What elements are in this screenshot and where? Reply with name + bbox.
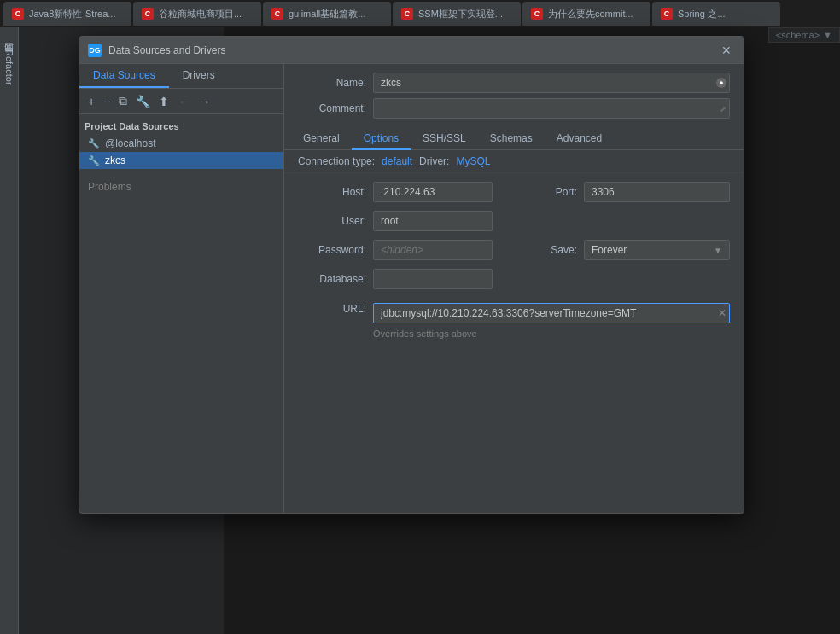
- form-header: Name: ● Comment: ⬈: [284, 64, 744, 127]
- answer-text[interactable]: 回答: [1, 32, 17, 39]
- url-hint: Overrides settings above: [373, 327, 730, 339]
- modal-title-text: Data Sources and Drivers: [108, 44, 225, 56]
- comment-expand-button[interactable]: ⬈: [720, 104, 726, 113]
- forward-button[interactable]: →: [195, 93, 213, 110]
- driver-value[interactable]: MySQL: [456, 155, 490, 167]
- tab-icon-3: C: [271, 8, 283, 20]
- url-input-wrapper: ✕: [373, 303, 730, 323]
- modal-right-panel: Name: ● Comment: ⬈: [284, 64, 744, 513]
- zkcs-label: zkcs: [105, 154, 125, 166]
- edit-datasource-button[interactable]: 🔧: [132, 93, 154, 110]
- ide-left-bar: 回答 Refactor: [0, 27, 19, 634]
- database-input[interactable]: [373, 269, 493, 289]
- tab-label-6: Spring-之...: [678, 8, 726, 20]
- port-label: Port:: [526, 186, 577, 198]
- tab-icon-2: C: [142, 8, 154, 20]
- tab-label-1: Java8新特性-Strea...: [29, 8, 115, 20]
- save-value: Forever: [592, 244, 627, 256]
- localhost-icon: 🔧: [88, 137, 100, 149]
- modal-toolbar: + − ⧉ 🔧 ⬆ ← →: [79, 89, 283, 114]
- ssh-ssl-tab[interactable]: SSH/SSL: [411, 127, 478, 149]
- url-input[interactable]: [373, 303, 730, 323]
- modal-left-panel: Data Sources Drivers + − ⧉ 🔧 ⬆ ←: [79, 64, 284, 513]
- browser-tab-2[interactable]: C 谷粒商城电商项目...: [133, 2, 261, 26]
- connection-type-label: Connection type:: [298, 155, 375, 167]
- modal-overlay: DG Data Sources and Drivers ✕ Data Sourc…: [19, 27, 840, 634]
- user-input[interactable]: [373, 211, 493, 231]
- save-select[interactable]: Forever ▼: [584, 240, 730, 260]
- comment-input[interactable]: [373, 98, 730, 119]
- localhost-tree-item[interactable]: 🔧 @localhost: [79, 135, 283, 152]
- add-datasource-button[interactable]: +: [85, 93, 98, 110]
- comment-input-container: ⬈: [373, 98, 730, 119]
- name-input-container: ●: [373, 73, 730, 93]
- connection-type-value[interactable]: default: [382, 155, 412, 167]
- refactor-text[interactable]: Refactor: [3, 46, 16, 89]
- browser-tabs-bar: C Java8新特性-Strea... C 谷粒商城电商项目... C guli…: [0, 0, 840, 27]
- datasources-modal: DG Data Sources and Drivers ✕ Data Sourc…: [79, 36, 744, 514]
- general-tab[interactable]: General: [291, 127, 352, 149]
- browser-tab-5[interactable]: C 为什么要先commit...: [522, 2, 650, 26]
- localhost-label: @localhost: [105, 137, 156, 149]
- modal-titlebar: DG Data Sources and Drivers ✕: [79, 37, 744, 64]
- url-clear-button[interactable]: ✕: [718, 307, 726, 319]
- password-label: Password:: [298, 244, 366, 256]
- tab-label-5: 为什么要先commit...: [548, 8, 633, 20]
- browser-tab-1[interactable]: C Java8新特性-Strea...: [3, 2, 131, 26]
- back-button[interactable]: ←: [174, 93, 193, 110]
- zkcs-tree-item[interactable]: 🔧 zkcs: [79, 152, 283, 169]
- host-label: Host:: [298, 186, 366, 198]
- problems-section: Problems: [79, 176, 283, 198]
- name-input[interactable]: [373, 73, 730, 93]
- data-sources-tab[interactable]: Data Sources: [79, 64, 169, 88]
- host-input[interactable]: [373, 182, 493, 202]
- browser-tab-6[interactable]: C Spring-之...: [652, 2, 780, 26]
- remove-datasource-button[interactable]: −: [100, 93, 114, 110]
- port-input[interactable]: [584, 182, 730, 202]
- options-tab[interactable]: Options: [352, 127, 411, 149]
- tab-icon-6: C: [661, 8, 673, 20]
- tab-label-4: SSM框架下实现登...: [418, 8, 503, 20]
- database-label: Database:: [298, 273, 366, 285]
- ide-main: 🗄 ▼ <schema> ▼ DG Data Sources and Drive…: [19, 27, 840, 634]
- advanced-tab[interactable]: Advanced: [545, 127, 614, 149]
- driver-label: Driver:: [419, 155, 449, 167]
- modal-top-tabs: Data Sources Drivers: [79, 64, 283, 89]
- tab-label-2: 谷粒商城电商项目...: [159, 8, 242, 20]
- duplicate-datasource-button[interactable]: ⧉: [115, 92, 131, 110]
- save-label: Save:: [526, 244, 577, 256]
- tab-label-3: gulimall基础篇教...: [289, 8, 365, 20]
- form-fields: Host: Port: User: Password: Save: [284, 173, 744, 298]
- ide-content: 🗄 ▼ <schema> ▼ DG Data Sources and Drive…: [19, 27, 840, 634]
- drivers-tab[interactable]: Drivers: [169, 64, 229, 88]
- name-label: Name:: [298, 77, 366, 89]
- url-section: URL: ✕ Overrides settings above: [284, 298, 744, 344]
- modal-icon: DG: [88, 44, 102, 57]
- schemas-tab[interactable]: Schemas: [478, 127, 545, 149]
- modal-body: Data Sources Drivers + − ⧉ 🔧 ⬆ ←: [79, 64, 744, 513]
- browser-tab-3[interactable]: C gulimall基础篇教...: [263, 2, 391, 26]
- tab-icon-5: C: [531, 8, 543, 20]
- tab-icon-1: C: [12, 8, 24, 20]
- connection-info-bar: Connection type: default Driver: MySQL: [284, 150, 744, 173]
- user-label: User:: [298, 215, 366, 227]
- move-datasource-button[interactable]: ⬆: [155, 93, 172, 110]
- tab-icon-4: C: [401, 8, 413, 20]
- save-dropdown-arrow: ▼: [714, 246, 722, 255]
- project-data-sources-label: Project Data Sources: [79, 114, 283, 135]
- modal-title-left: DG Data Sources and Drivers: [88, 44, 225, 57]
- ide-area: 回答 Refactor 🗄 ▼ <schema> ▼: [0, 27, 840, 634]
- name-clear-button[interactable]: ●: [716, 78, 726, 88]
- modal-close-button[interactable]: ✕: [718, 42, 735, 59]
- url-label: URL:: [298, 303, 366, 315]
- password-input[interactable]: [373, 240, 493, 260]
- content-tabs: General Options SSH/SSL Schemas Advanced: [284, 127, 744, 150]
- browser-tab-4[interactable]: C SSM框架下实现登...: [393, 2, 521, 26]
- zkcs-icon: 🔧: [88, 154, 100, 166]
- comment-label: Comment:: [298, 102, 366, 114]
